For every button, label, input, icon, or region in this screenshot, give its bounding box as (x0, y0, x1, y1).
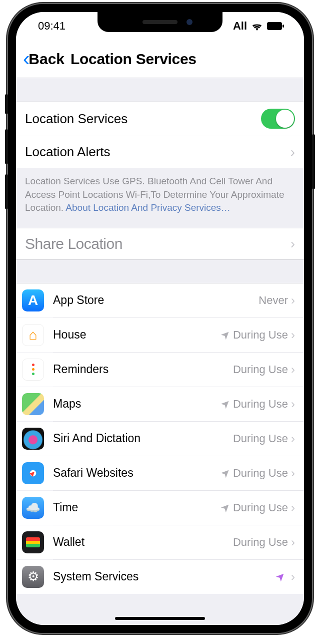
chevron-right-icon: › (290, 144, 295, 160)
location-services-toggle[interactable] (261, 109, 295, 129)
svg-rect-1 (282, 25, 284, 28)
app-icon: ⚙︎ (22, 566, 44, 588)
status-carrier: All (233, 20, 247, 33)
wifi-icon (251, 22, 263, 31)
row-label: Location Services (25, 111, 128, 127)
app-icon: ⌂ (22, 324, 44, 346)
app-permission-status: During Use (233, 363, 288, 376)
chevron-right-icon: › (291, 328, 295, 342)
app-icon (22, 428, 44, 450)
location-arrow-icon: ➤ (218, 327, 233, 343)
notch (98, 12, 222, 32)
app-icon (22, 359, 44, 381)
chevron-right-icon: › (290, 236, 295, 252)
app-permission-status: During Use (233, 329, 288, 342)
chevron-right-icon: › (291, 432, 295, 446)
row-location-services[interactable]: Location Services (16, 101, 304, 136)
app-row[interactable]: ▲Safari Websites➤During Use› (16, 456, 304, 490)
app-row[interactable]: RemindersDuring Use› (16, 353, 304, 387)
app-name: Time (53, 501, 78, 514)
footer-text: Location Services Use GPS. Bluetooth And… (16, 168, 304, 228)
app-permission-status: During Use (233, 501, 288, 514)
chevron-right-icon: › (291, 397, 295, 411)
app-name: Maps (53, 397, 81, 411)
app-name: Siri And Dictation (53, 432, 140, 445)
status-time: 09:41 (38, 20, 66, 33)
app-name: Wallet (53, 535, 84, 549)
app-row[interactable]: Siri And DictationDuring Use› (16, 422, 304, 456)
location-arrow-icon: ➤ (218, 500, 233, 515)
chevron-right-icon: › (291, 293, 295, 307)
location-arrow-icon: ➤ (218, 465, 233, 481)
app-row[interactable]: AApp StoreNever› (16, 283, 304, 317)
row-label: Share Location (25, 235, 122, 252)
location-arrow-icon: ➤ (272, 569, 288, 584)
svg-rect-0 (267, 22, 282, 30)
app-name: House (53, 328, 86, 342)
row-location-alerts[interactable]: Location Alerts › (16, 136, 304, 168)
device-frame: 09:41 All ‹ Back Location Services Locat… (8, 4, 312, 633)
row-label: Location Alerts (25, 144, 110, 160)
app-icon: A (22, 289, 44, 311)
app-icon (22, 393, 44, 415)
chevron-right-icon: › (291, 570, 295, 584)
app-permission-status: Never (258, 294, 288, 307)
app-permission-status: During Use (233, 536, 288, 549)
app-row[interactable]: ⚙︎System Services➤› (16, 560, 304, 594)
row-share-location[interactable]: Share Location › (16, 228, 304, 260)
nav-bar: ‹ Back Location Services (16, 40, 304, 78)
footer-link[interactable]: About Location And Privacy Services… (66, 202, 230, 213)
app-icon: ▲ (22, 462, 44, 484)
app-name: System Services (53, 570, 138, 583)
app-name: Safari Websites (53, 466, 134, 480)
app-permission-status: During Use (233, 467, 288, 480)
location-arrow-icon: ➤ (218, 396, 233, 412)
content[interactable]: Location Services Location Alerts › Loca… (16, 78, 304, 625)
app-list: AApp StoreNever›⌂House➤During Use›Remind… (16, 283, 304, 594)
app-permission-status: During Use (233, 432, 288, 445)
app-icon (22, 531, 44, 553)
screen: 09:41 All ‹ Back Location Services Locat… (16, 12, 304, 625)
app-permission-status: During Use (233, 398, 288, 411)
chevron-right-icon: › (291, 466, 295, 480)
chevron-right-icon: › (291, 363, 295, 377)
app-name: App Store (53, 293, 104, 307)
app-icon: ☁️ (22, 497, 44, 519)
back-button[interactable]: Back (28, 51, 64, 68)
chevron-right-icon: › (291, 501, 295, 515)
page-title: Location Services (70, 51, 196, 68)
battery-icon (267, 22, 284, 30)
app-name: Reminders (53, 363, 108, 376)
app-row[interactable]: Maps➤During Use› (16, 387, 304, 421)
app-row[interactable]: WalletDuring Use› (16, 525, 304, 559)
home-indicator[interactable] (115, 617, 205, 620)
chevron-right-icon: › (291, 535, 295, 549)
app-row[interactable]: ☁️Time➤During Use› (16, 491, 304, 525)
app-row[interactable]: ⌂House➤During Use› (16, 318, 304, 352)
